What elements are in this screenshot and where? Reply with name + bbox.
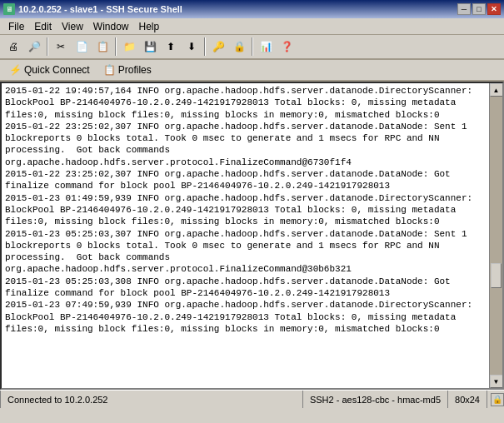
scroll-up-button[interactable]: ▲ xyxy=(490,83,503,97)
menu-help[interactable]: Help xyxy=(134,20,165,33)
scroll-down-button[interactable]: ▼ xyxy=(490,375,503,388)
dimensions-status: 80x24 xyxy=(448,391,487,408)
quick-connect-icon: ⚡ xyxy=(9,64,22,76)
menu-bar: File Edit View Window Help xyxy=(0,18,504,35)
maximize-button[interactable]: □ xyxy=(472,3,486,15)
scrollbar-track[interactable] xyxy=(490,97,502,375)
window-title: 10.2.0.252 - slave1 - SSH Secure Shell xyxy=(18,4,182,14)
menu-view[interactable]: View xyxy=(57,20,88,33)
scrollbar-thumb[interactable] xyxy=(491,263,502,288)
stats-button[interactable]: 📊 xyxy=(256,37,276,56)
terminal-container: 2015-01-22 19:49:57,164 INFO org.apache.… xyxy=(0,82,504,390)
terminal-output[interactable]: 2015-01-22 19:49:57,164 INFO org.apache.… xyxy=(2,83,489,388)
quick-bar: ⚡ Quick Connect 📋 Profiles xyxy=(0,60,504,82)
toolbar: 🖨 🔎 ✂ 📄 📋 📁 💾 ⬆ ⬇ 🔑 🔒 📊 ❓ xyxy=(0,35,504,60)
title-bar-left: 🖥 10.2.0.252 - slave1 - SSH Secure Shell xyxy=(3,3,182,15)
title-bar: 🖥 10.2.0.252 - slave1 - SSH Secure Shell… xyxy=(0,0,504,18)
search-button[interactable]: 🔎 xyxy=(24,37,44,56)
toolbar-separator-1 xyxy=(47,37,48,56)
cut-button[interactable]: ✂ xyxy=(51,37,71,56)
lock-button[interactable]: 🔒 xyxy=(229,37,249,56)
connection-status: Connected to 10.2.0.252 xyxy=(0,391,303,408)
profiles-button[interactable]: 📋 Profiles xyxy=(97,62,157,78)
profiles-icon: 📋 xyxy=(103,64,116,76)
minimize-button[interactable]: ─ xyxy=(457,3,471,15)
paste-button[interactable]: 📋 xyxy=(92,37,112,56)
toolbar-separator-2 xyxy=(115,37,117,56)
copy-button[interactable]: 📄 xyxy=(72,37,92,56)
status-icon: 🔒 xyxy=(491,393,504,406)
quick-connect-button[interactable]: ⚡ Quick Connect xyxy=(3,62,96,78)
toolbar-separator-4 xyxy=(252,37,253,56)
title-bar-buttons: ─ □ ✕ xyxy=(457,3,501,15)
toolbar-separator-3 xyxy=(204,37,206,56)
menu-file[interactable]: File xyxy=(3,20,29,33)
encryption-status: SSH2 - aes128-cbc - hmac-md5 xyxy=(303,391,448,408)
open-button[interactable]: 📁 xyxy=(119,37,139,56)
close-button[interactable]: ✕ xyxy=(487,3,501,15)
save-button[interactable]: 💾 xyxy=(140,37,160,56)
key-button[interactable]: 🔑 xyxy=(208,37,228,56)
status-bar: Connected to 10.2.0.252 SSH2 - aes128-cb… xyxy=(0,390,504,408)
download-button[interactable]: ⬇ xyxy=(182,37,202,56)
menu-window[interactable]: Window xyxy=(88,20,134,33)
quick-connect-label: Quick Connect xyxy=(24,64,90,76)
profiles-label: Profiles xyxy=(118,64,152,76)
app-icon: 🖥 xyxy=(3,3,15,15)
help-button[interactable]: ❓ xyxy=(277,37,297,56)
menu-edit[interactable]: Edit xyxy=(29,20,57,33)
upload-button[interactable]: ⬆ xyxy=(161,37,181,56)
print-button[interactable]: 🖨 xyxy=(3,37,23,56)
scrollbar[interactable]: ▲ ▼ xyxy=(489,83,502,388)
